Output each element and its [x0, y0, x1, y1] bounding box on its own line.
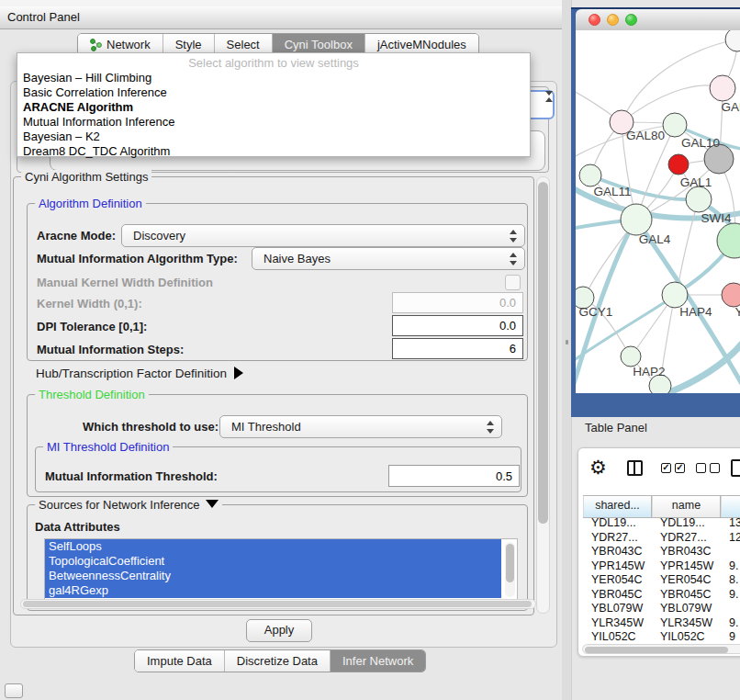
- network-node[interactable]: [717, 223, 740, 258]
- deselect-all-checks-icon[interactable]: [696, 463, 720, 473]
- column-header-name[interactable]: name: [652, 496, 721, 517]
- table-cell: 8.: [721, 573, 740, 588]
- mi-type-combobox[interactable]: Naive Bayes: [252, 247, 525, 270]
- attributes-scrollbar-thumb[interactable]: [506, 544, 514, 582]
- tab-label: Select: [227, 35, 260, 54]
- which-threshold-combobox[interactable]: MI Threshold: [219, 415, 502, 438]
- network-node[interactable]: [722, 283, 740, 307]
- network-node[interactable]: [710, 75, 735, 101]
- table-cell: YBR043C: [583, 545, 652, 559]
- tab-label: Style: [175, 35, 202, 54]
- select-all-checks-icon[interactable]: ✓ ✓: [661, 463, 685, 473]
- attributes-scrollbar[interactable]: [505, 542, 515, 597]
- settings-vertical-scrollbar-thumb[interactable]: [538, 182, 548, 524]
- divider-handle-icon[interactable]: [566, 340, 568, 344]
- bottom-tab-discretize-data[interactable]: Discretize Data: [224, 650, 330, 672]
- network-edge[interactable]: [660, 339, 740, 393]
- table-row[interactable]: YDL19...YDL19...13: [583, 516, 740, 531]
- bottom-tab-impute-data[interactable]: Impute Data: [135, 650, 224, 672]
- checked-box-icon: ✓: [661, 463, 671, 473]
- algorithm-option-basic-correlation-inference[interactable]: Basic Correlation Inference: [17, 85, 530, 100]
- column-header-shared[interactable]: shared...: [583, 496, 652, 517]
- close-traffic-light[interactable]: [589, 14, 600, 26]
- network-node[interactable]: [663, 113, 687, 137]
- kernel-width-field[interactable]: [392, 292, 523, 313]
- table-cell: YBL079W: [652, 602, 721, 616]
- collapse-arrow-icon: [206, 500, 219, 508]
- zoom-traffic-light[interactable]: [625, 14, 637, 26]
- dpi-tolerance-field[interactable]: [392, 315, 523, 336]
- document-icon[interactable]: [731, 459, 740, 477]
- algorithm-option-dream8-dc-tdc-algorithm[interactable]: Dream8 DC_TDC Algorithm: [17, 144, 530, 159]
- table-row[interactable]: YBL079WYBL079W: [583, 602, 740, 616]
- gear-icon[interactable]: ⚙: [589, 457, 607, 478]
- algorithm-option-mutual-information-inference[interactable]: Mutual Information Inference: [17, 115, 530, 130]
- table-cell: YBR045C: [652, 588, 721, 603]
- network-icon: [90, 39, 102, 51]
- sources-group-title[interactable]: Sources for Network Inference: [35, 498, 222, 512]
- combo-spinner-icon: [510, 229, 517, 243]
- data-attribute-item[interactable]: SelfLoops: [45, 539, 501, 554]
- network-node[interactable]: [621, 346, 641, 367]
- network-node-label: GAL11: [593, 185, 631, 198]
- network-node[interactable]: [686, 186, 712, 212]
- combo-spinner-icon: [510, 252, 517, 266]
- tab-label: Cyni Toolbox: [285, 35, 353, 54]
- network-node[interactable]: [725, 30, 740, 51]
- network-node[interactable]: [621, 204, 652, 235]
- network-edge[interactable]: [576, 89, 616, 119]
- network-window-titlebar[interactable]: [576, 9, 740, 31]
- mi-steps-field[interactable]: [392, 338, 523, 359]
- table-horizontal-scrollbar-thumb[interactable]: [585, 647, 728, 653]
- table-row[interactable]: YIL052CYIL052C9: [583, 630, 740, 644]
- table-horizontal-scrollbar[interactable]: [582, 644, 740, 654]
- table-cell: [721, 545, 740, 559]
- network-node-label: SWI4: [701, 211, 731, 225]
- data-attribute-item[interactable]: gal4RGexp: [45, 583, 501, 598]
- mi-steps-label: Mutual Information Steps:: [37, 343, 184, 356]
- table-cell: 9.: [721, 588, 740, 603]
- table-row[interactable]: YER054CYER054C8.: [583, 573, 740, 588]
- algorithm-option-aracne-algorithm[interactable]: ARACNE Algorithm: [17, 100, 530, 115]
- network-node-label: Y: [734, 305, 740, 319]
- table-row[interactable]: YPR145WYPR145W9.: [583, 559, 740, 574]
- network-node[interactable]: [668, 154, 689, 175]
- table-cell: 9.: [721, 559, 740, 574]
- data-attribute-item[interactable]: BetweennessCentrality: [45, 569, 501, 583]
- aracne-mode-combobox[interactable]: Discovery: [121, 224, 525, 247]
- threshold-definition-title: Threshold Definition: [35, 388, 149, 401]
- network-view-canvas[interactable]: GALGAL80GAL10GAL1GAL11SWI4GAL4GCY1HAP4YH…: [576, 30, 740, 393]
- table-row[interactable]: YBR045CYBR045C9.: [583, 588, 740, 603]
- data-attribute-item[interactable]: TopologicalCoefficient: [45, 554, 501, 569]
- table-cell: YDR27...: [583, 531, 652, 546]
- network-node-label: GCY1: [579, 305, 613, 319]
- mi-type-label: Mutual Information Algorithm Type:: [37, 252, 238, 265]
- hub-section-toggle[interactable]: Hub/Transcription Factor Definition: [36, 367, 243, 380]
- table-header-row: shared...name: [583, 495, 740, 518]
- control-panel-title: Control Panel: [7, 6, 80, 28]
- network-node[interactable]: [662, 282, 688, 308]
- data-attributes-list[interactable]: SelfLoopsTopologicalCoefficientBetweenne…: [44, 538, 518, 601]
- table-row[interactable]: YDR27...YDR27...12: [583, 531, 740, 546]
- kernel-width-label: Kernel Width (0,1):: [37, 297, 142, 310]
- table-row[interactable]: YBR043CYBR043C: [583, 545, 740, 559]
- bottom-tab-infer-network[interactable]: Infer Network: [330, 650, 425, 672]
- network-graph: GALGAL80GAL10GAL1GAL11SWI4GAL4GCY1HAP4YH…: [576, 30, 740, 393]
- mi-threshold-field[interactable]: [388, 465, 520, 487]
- settings-horizontal-scrollbar-thumb[interactable]: [23, 601, 532, 607]
- network-node[interactable]: [579, 164, 601, 186]
- column-header-hidden[interactable]: [721, 496, 740, 517]
- table-row[interactable]: YLR345WYLR345W9.: [583, 616, 740, 631]
- threshold-definition-group: Threshold Definition Which threshold to …: [27, 394, 528, 497]
- algorithm-option-bayesian-k2[interactable]: Bayesian – K2: [17, 130, 530, 144]
- table-cell: YPR145W: [652, 559, 721, 574]
- show-panel-mini-button[interactable]: [5, 683, 23, 698]
- algorithm-option-bayesian-hill-climbing[interactable]: Bayesian – Hill Climbing: [17, 71, 530, 85]
- manual-kernel-checkbox[interactable]: [505, 275, 521, 290]
- minimize-traffic-light[interactable]: [607, 14, 619, 26]
- split-view-icon[interactable]: [627, 460, 643, 476]
- expand-arrow-icon: [234, 367, 243, 379]
- manual-kernel-label: Manual Kernel Width Definition: [37, 276, 213, 289]
- network-node-label: GAL4: [639, 232, 671, 246]
- apply-button[interactable]: Apply: [246, 619, 312, 642]
